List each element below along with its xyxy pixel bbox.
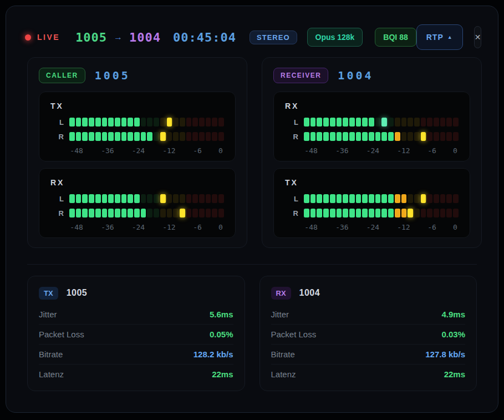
scale-tick-label: -24 xyxy=(132,146,145,155)
meter-segment xyxy=(330,118,335,126)
meter-segment xyxy=(115,209,120,217)
meter-sections: RX L R -48-36-24-12-60 TX L R -48-36-24-… xyxy=(273,92,470,238)
meter-segment xyxy=(108,194,114,203)
meter-segment xyxy=(82,194,88,203)
meter-segment xyxy=(323,209,329,217)
meter-segment xyxy=(356,118,362,126)
meter-segment xyxy=(446,209,452,217)
meter-segment xyxy=(446,194,452,203)
level-meter xyxy=(69,118,224,126)
meter-segment xyxy=(304,209,309,217)
level-meter xyxy=(304,132,459,141)
meter-segment xyxy=(401,118,407,126)
meter-segment xyxy=(206,194,211,203)
meter-scale: -48-36-24-12-60 xyxy=(69,223,224,233)
close-button[interactable]: ✕ xyxy=(474,26,482,48)
meter-segment xyxy=(134,209,140,217)
stats-card-header: RX 1004 xyxy=(271,286,466,300)
meter-segment xyxy=(89,132,94,141)
meter-segment xyxy=(401,209,407,217)
meter-segment xyxy=(434,118,439,126)
meter-segment xyxy=(160,209,166,217)
receiver-id: 1004 xyxy=(129,31,161,44)
stat-row: Packet Loss 0.03% xyxy=(271,324,466,344)
meter-segment xyxy=(414,209,420,217)
meter-segment xyxy=(180,194,185,203)
meter-segment xyxy=(121,118,127,126)
meter-segment xyxy=(330,194,335,203)
stat-value: 0.03% xyxy=(441,330,465,339)
meter-segment xyxy=(349,194,355,203)
meter-segment xyxy=(218,132,224,141)
meter-segment xyxy=(180,132,185,141)
live-dot-icon xyxy=(25,34,31,41)
meter-segment xyxy=(167,132,172,141)
rtp-toggle-button[interactable]: RTP ▲ xyxy=(416,24,463,50)
meter-segment xyxy=(381,118,387,126)
meter-segment xyxy=(76,118,82,126)
meter-segment xyxy=(369,132,374,141)
meter-segment xyxy=(160,118,166,126)
meter-segment xyxy=(186,118,192,126)
stat-row: Bitrate 128.2 kb/s xyxy=(39,344,233,364)
meter-segment xyxy=(349,132,355,141)
meter-segment xyxy=(343,118,348,126)
meter-segment xyxy=(349,209,355,217)
meter-box-title: TX xyxy=(285,178,459,187)
stats-endpoint-id: 1005 xyxy=(67,288,88,298)
stat-value: 127.8 kb/s xyxy=(425,350,465,359)
meter-segment xyxy=(323,132,329,141)
meter-segment xyxy=(141,132,146,141)
stat-row: Jitter 5.6ms xyxy=(39,305,233,324)
meter-segment xyxy=(108,209,114,217)
meter-scale: -48-36-24-12-60 xyxy=(304,146,459,156)
meter-segment xyxy=(115,132,120,141)
meter-scale: -48-36-24-12-60 xyxy=(69,146,224,156)
meter-segment xyxy=(310,209,316,217)
meter-row: L xyxy=(50,194,224,203)
meter-segment xyxy=(310,194,316,203)
meter-segment xyxy=(421,194,426,203)
meter-segment xyxy=(330,132,335,141)
meter-segment xyxy=(160,194,166,203)
meter-segment xyxy=(369,209,374,217)
meter-segment xyxy=(121,194,127,203)
meter-box: RX L R -48-36-24-12-60 xyxy=(273,92,470,161)
meter-segment xyxy=(95,118,101,126)
channel-label: L xyxy=(50,118,64,126)
meter-segment xyxy=(192,118,198,126)
meter-segment xyxy=(147,209,152,217)
meter-segment xyxy=(395,118,400,126)
meter-segment xyxy=(453,132,459,141)
channel-label: L xyxy=(285,118,298,126)
meter-row: L xyxy=(285,118,459,126)
topbar: LIVE 1005 → 1004 00:45:04 STEREO Opus 12… xyxy=(6,6,498,52)
level-meter xyxy=(69,194,224,203)
meter-rows: L R xyxy=(285,118,459,141)
meter-segment xyxy=(95,132,101,141)
meter-segment xyxy=(115,118,120,126)
caret-up-icon: ▲ xyxy=(447,34,453,40)
meter-segment xyxy=(180,118,185,126)
meter-segment xyxy=(375,118,381,126)
stat-label: Jitter xyxy=(39,310,57,319)
channel-label: R xyxy=(285,209,298,217)
meter-segment xyxy=(414,194,420,203)
meter-segment xyxy=(446,132,452,141)
meter-segment xyxy=(141,118,146,126)
meter-segment xyxy=(173,209,179,217)
meter-segment xyxy=(95,194,101,203)
stat-value: 128.2 kb/s xyxy=(194,350,233,359)
meter-segment xyxy=(349,118,355,126)
direction-badge: RX xyxy=(271,287,291,300)
meter-segment xyxy=(395,132,400,141)
meter-segment xyxy=(453,118,459,126)
stat-label: Bitrate xyxy=(39,350,63,359)
level-meter xyxy=(69,132,224,141)
meter-segment xyxy=(102,118,108,126)
meter-segment xyxy=(121,132,127,141)
level-meter xyxy=(69,209,224,217)
meter-segment xyxy=(154,209,159,217)
meter-segment xyxy=(421,209,426,217)
meter-segment xyxy=(128,132,133,141)
